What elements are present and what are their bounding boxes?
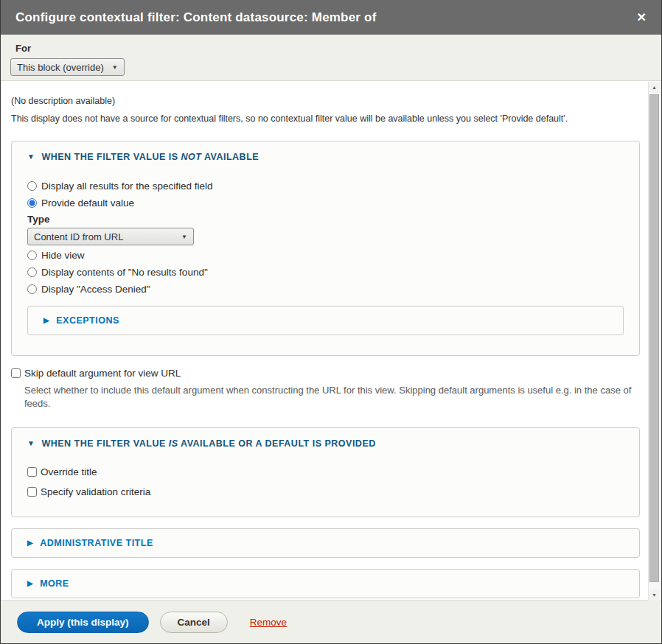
scrollbar-thumb[interactable] — [649, 94, 659, 582]
for-display-select[interactable]: This block (override) ▼ — [10, 58, 125, 76]
triangle-right-icon: ▶ — [27, 580, 33, 587]
radio-row-provide-default: Provide default value — [27, 197, 624, 209]
scroll-up-icon[interactable]: ▲ — [649, 82, 660, 93]
default-type-select-value: Content ID from URL — [34, 231, 123, 242]
for-section: For This block (override) ▼ — [1, 35, 661, 81]
checkbox-specify-validation[interactable] — [27, 487, 37, 497]
summary-exceptions[interactable]: ▶ EXCEPTIONS — [28, 307, 623, 335]
checkbox-skip-default[interactable] — [11, 368, 21, 378]
radio-provide-default-label: Provide default value — [41, 197, 134, 209]
checkbox-row-skip-default: Skip default argument for view URL — [11, 368, 640, 379]
radio-display-access-denied-label: Display "Access Denied" — [41, 284, 150, 295]
summary-more-text: MORE — [40, 578, 69, 589]
summary-more[interactable]: ▶ MORE — [12, 570, 639, 598]
triangle-right-icon: ▶ — [27, 539, 33, 547]
radio-display-no-results-label: Display contents of "No results found" — [41, 267, 208, 278]
checkbox-skip-default-label: Skip default argument for view URL — [24, 368, 181, 379]
radio-display-all-results-label: Display all results for the specified fi… — [41, 181, 213, 192]
panel-filter-available: ▼ WHEN THE FILTER VALUE IS AVAILABLE OR … — [11, 427, 640, 517]
default-type-select[interactable]: Content ID from URL ▼ — [27, 228, 194, 245]
vertical-scrollbar[interactable]: ▲ ▼ — [648, 82, 660, 601]
cancel-button[interactable]: Cancel — [160, 612, 228, 633]
skip-default-description: Select whether to include this default a… — [24, 384, 640, 410]
for-label: For — [15, 43, 652, 54]
summary-filter-available[interactable]: ▼ WHEN THE FILTER VALUE IS AVAILABLE OR … — [12, 428, 639, 449]
panel-more: ▶ MORE — [11, 569, 640, 598]
summary-exceptions-text: EXCEPTIONS — [56, 315, 119, 326]
panel-filter-not-available-body: Display all results for the specified fi… — [12, 162, 639, 355]
radio-row-display-all-results: Display all results for the specified fi… — [27, 181, 624, 192]
radio-provide-default[interactable] — [27, 198, 37, 208]
radio-hide-view-label: Hide view — [41, 250, 85, 261]
radio-row-display-no-results: Display contents of "No results found" — [27, 267, 624, 278]
checkbox-specify-validation-label: Specify validation criteria — [41, 486, 150, 497]
checkbox-override-title[interactable] — [27, 467, 37, 477]
apply-button[interactable]: Apply (this display) — [17, 612, 149, 633]
panel-filter-not-available: ▼ WHEN THE FILTER VALUE IS NOT AVAILABLE… — [11, 141, 640, 356]
scroll-down-icon[interactable]: ▼ — [649, 589, 660, 601]
panel-exceptions: ▶ EXCEPTIONS — [27, 306, 624, 335]
panel-filter-available-body: Override title Specify validation criter… — [12, 466, 639, 517]
panel-administrative-title: ▶ ADMINISTRATIVE TITLE — [11, 528, 640, 558]
remove-link[interactable]: Remove — [250, 617, 287, 628]
radio-hide-view[interactable] — [27, 251, 37, 260]
close-icon[interactable]: ✕ — [637, 12, 647, 24]
triangle-down-icon: ▼ — [27, 440, 35, 447]
modal-footer: Apply (this display) Cancel Remove — [1, 600, 661, 643]
triangle-right-icon: ▶ — [43, 317, 49, 324]
no-description-text: (No description available) — [11, 96, 640, 106]
checkbox-override-title-label: Override title — [41, 466, 97, 477]
type-label: Type — [27, 214, 624, 225]
modal-title: Configure contextual filter: Content dat… — [15, 10, 377, 25]
radio-row-display-access-denied: Display "Access Denied" — [27, 284, 624, 295]
contextual-filter-modal: Configure contextual filter: Content dat… — [0, 0, 662, 644]
triangle-down-icon: ▼ — [27, 153, 35, 161]
radio-display-access-denied[interactable] — [27, 284, 37, 294]
modal-body: (No description available) This display … — [1, 81, 661, 600]
chevron-down-icon: ▼ — [112, 64, 118, 71]
summary-filter-available-text: WHEN THE FILTER VALUE IS AVAILABLE OR A … — [41, 438, 375, 449]
display-note-text: This display does not have a source for … — [11, 113, 640, 124]
summary-administrative-title-text: ADMINISTRATIVE TITLE — [40, 538, 153, 548]
radio-display-all-results[interactable] — [27, 181, 37, 191]
radio-display-no-results[interactable] — [27, 267, 37, 277]
for-select-value: This block (override) — [17, 62, 104, 73]
checkbox-row-specify-validation: Specify validation criteria — [27, 486, 624, 497]
summary-administrative-title[interactable]: ▶ ADMINISTRATIVE TITLE — [12, 529, 639, 557]
modal-header: Configure contextual filter: Content dat… — [1, 0, 661, 35]
chevron-down-icon: ▼ — [181, 234, 187, 240]
radio-row-hide-view: Hide view — [27, 250, 624, 261]
checkbox-row-override-title: Override title — [27, 466, 624, 477]
summary-filter-not-available-text: WHEN THE FILTER VALUE IS NOT AVAILABLE — [41, 152, 259, 162]
summary-filter-not-available[interactable]: ▼ WHEN THE FILTER VALUE IS NOT AVAILABLE — [12, 141, 639, 162]
